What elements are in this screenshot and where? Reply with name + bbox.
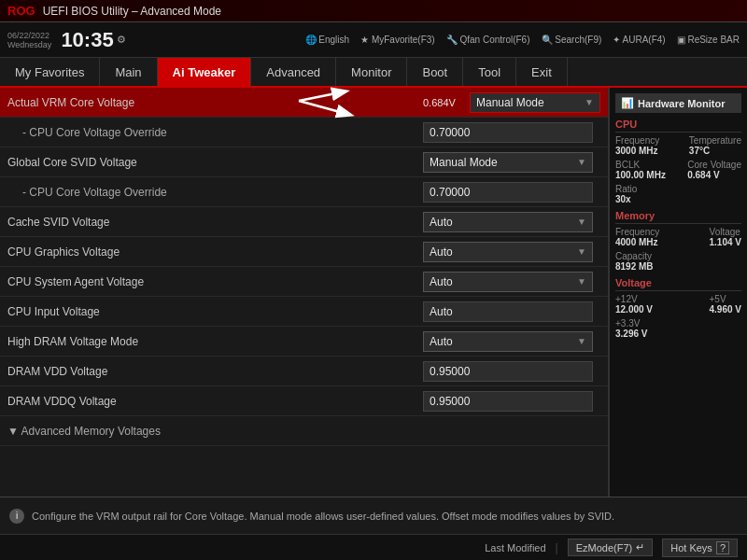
shortcut-aura[interactable]: ✦ AURA(F4)	[613, 35, 665, 45]
nav-boot[interactable]: Boot	[407, 58, 463, 86]
day-display: Wednesday	[7, 40, 51, 49]
hw-volt-33v: +3.3V 3.296 V	[615, 318, 741, 339]
hw-volt-12v-5v: +12V 12.000 V +5V 4.960 V	[615, 294, 741, 315]
nav-ai-tweaker[interactable]: Ai Tweaker	[158, 58, 252, 86]
setting-row-cpu-input[interactable]: CPU Input Voltage Auto	[0, 297, 608, 327]
value-high-dram: Auto ▼	[423, 331, 600, 352]
input-dram-vdd[interactable]: 0.95000	[423, 361, 593, 382]
dropdown-cpu-graphics[interactable]: Auto ▼	[423, 242, 593, 262]
value-dram-vdd: 0.95000	[423, 361, 600, 382]
label-dram-vdd: DRAM VDD Voltage	[7, 365, 423, 378]
last-modified-label: Last Modified	[485, 542, 545, 553]
label-cpu-override-2: - CPU Core Voltage Override	[7, 186, 423, 199]
label-cpu-input: CPU Input Voltage	[7, 305, 423, 318]
dropdown-high-dram[interactable]: Auto ▼	[423, 331, 593, 352]
setting-row-system-agent[interactable]: CPU System Agent Voltage Auto ▼	[0, 267, 608, 297]
hw-mem-capacity: Capacity 8192 MB	[615, 251, 741, 272]
hw-monitor-panel: 📊 Hardware Monitor CPU Frequency 3000 MH…	[609, 88, 747, 497]
label-vrm-core: Actual VRM Core Voltage	[7, 96, 423, 109]
hw-section-voltage: Voltage	[615, 277, 741, 291]
hw-mem-freq-volt: Frequency 4000 MHz Voltage 1.104 V	[615, 227, 741, 247]
hw-section-memory: Memory	[615, 210, 741, 224]
setting-row-cpu-override-2[interactable]: - CPU Core Voltage Override 0.70000	[0, 177, 608, 207]
rog-logo: ROG	[7, 4, 35, 18]
settings-gear-icon[interactable]: ⚙	[117, 34, 126, 46]
setting-row-high-dram[interactable]: High DRAM Voltage Mode Auto ▼	[0, 327, 608, 357]
value-cpu-input: Auto	[423, 301, 600, 322]
input-cpu-override-1[interactable]: 0.70000	[423, 122, 593, 143]
nav-advanced[interactable]: Advanced	[251, 58, 336, 86]
time-display: 10:35	[61, 28, 113, 52]
shortcut-resizebar[interactable]: ▣ ReSize BAR	[677, 35, 740, 45]
hw-cpu-bclk-corevolt: BCLK 100.00 MHz Core Voltage 0.684 V	[615, 160, 741, 180]
label-svid: Global Core SVID Voltage	[7, 156, 423, 169]
label-system-agent: CPU System Agent Voltage	[7, 275, 423, 288]
nav-bar: My Favorites Main Ai Tweaker Advanced Mo…	[0, 58, 747, 88]
input-cpu-override-2[interactable]: 0.70000	[423, 182, 593, 203]
value-system-agent: Auto ▼	[423, 272, 600, 292]
value-vrm-core: 0.684V Manual Mode ▼	[423, 92, 600, 113]
input-dram-vddq[interactable]: 0.95000	[423, 391, 593, 412]
setting-row-svid[interactable]: Global Core SVID Voltage Manual Mode ▼	[0, 147, 608, 177]
nav-my-favorites[interactable]: My Favorites	[0, 58, 100, 86]
value-cpu-override-1: 0.70000	[423, 122, 600, 143]
dropdown-system-agent[interactable]: Auto ▼	[423, 272, 593, 292]
main-layout: Actual VRM Core Voltage 0.684V Manual Mo…	[0, 88, 747, 497]
info-icon: i	[9, 509, 24, 524]
info-description: i Configure the VRM output rail for Core…	[0, 497, 747, 534]
shortcut-qfan[interactable]: 🔧 Qfan Control(F6)	[446, 35, 530, 45]
ezmode-arrow-icon: ↵	[636, 541, 644, 553]
label-cpu-override-1: - CPU Core Voltage Override	[7, 126, 423, 139]
label-high-dram: High DRAM Voltage Mode	[7, 335, 423, 348]
nav-monitor[interactable]: Monitor	[336, 58, 407, 86]
dropdown-svid[interactable]: Manual Mode ▼	[423, 152, 593, 173]
value-cpu-graphics: Auto ▼	[423, 242, 600, 262]
nav-main[interactable]: Main	[100, 58, 157, 86]
nav-exit[interactable]: Exit	[516, 58, 568, 86]
app-title: UEFI BIOS Utility – Advanced Mode	[43, 5, 221, 18]
label-cpu-graphics: CPU Graphics Voltage	[7, 245, 423, 259]
setting-row-cpu-graphics[interactable]: CPU Graphics Voltage Auto ▼	[0, 237, 608, 267]
date-display: 06/22/2022	[7, 31, 51, 40]
shortcut-language[interactable]: 🌐 English	[305, 35, 350, 45]
hotkeys-question-icon: ?	[716, 541, 729, 554]
setting-row-adv-mem[interactable]: ▼ Advanced Memory Voltages	[0, 416, 608, 446]
hw-cpu-freq-temp: Frequency 3000 MHz Temperature 37°C	[615, 135, 741, 156]
setting-row-dram-vddq[interactable]: DRAM VDDQ Voltage 0.95000	[0, 386, 608, 416]
hw-section-cpu: CPU	[615, 119, 741, 133]
info-bar: 06/22/2022 Wednesday 10:35 ⚙ 🌐 English ★…	[0, 22, 747, 58]
hw-cpu-ratio: Ratio 30x	[615, 184, 741, 204]
title-bar: ROG UEFI BIOS Utility – Advanced Mode	[0, 0, 747, 22]
label-dram-vddq: DRAM VDDQ Voltage	[7, 395, 423, 408]
label-cache-svid: Cache SVID Voltage	[7, 216, 423, 229]
hot-keys-button[interactable]: Hot Keys ?	[662, 539, 738, 557]
ez-mode-button[interactable]: EzMode(F7) ↵	[568, 539, 654, 556]
setting-row-cache-svid[interactable]: Cache SVID Voltage Auto ▼	[0, 207, 608, 237]
dropdown-vrm-core[interactable]: Manual Mode ▼	[470, 92, 600, 113]
shortcut-myfavorite[interactable]: ★ MyFavorite(F3)	[360, 35, 435, 45]
setting-row-dram-vdd[interactable]: DRAM VDD Voltage 0.95000	[0, 357, 608, 386]
description-text: Configure the VRM output rail for Core V…	[32, 511, 614, 522]
nav-tool[interactable]: Tool	[463, 58, 516, 86]
value-cache-svid: Auto ▼	[423, 212, 600, 232]
value-cpu-override-2: 0.70000	[423, 182, 600, 203]
content-panel[interactable]: Actual VRM Core Voltage 0.684V Manual Mo…	[0, 88, 609, 497]
input-cpu-input[interactable]: Auto	[423, 301, 593, 322]
value-dram-vddq: 0.95000	[423, 391, 600, 412]
setting-row-vrm-core[interactable]: Actual VRM Core Voltage 0.684V Manual Mo…	[0, 88, 608, 118]
hw-monitor-title: 📊 Hardware Monitor	[615, 93, 741, 113]
setting-row-cpu-override-1[interactable]: - CPU Core Voltage Override 0.70000	[0, 118, 608, 147]
value-svid: Manual Mode ▼	[423, 152, 600, 173]
dropdown-cache-svid[interactable]: Auto ▼	[423, 212, 593, 232]
label-adv-mem: ▼ Advanced Memory Voltages	[7, 425, 600, 438]
status-bar: Last Modified | EzMode(F7) ↵ Hot Keys ?	[0, 534, 747, 560]
shortcut-search[interactable]: 🔍 Search(F9)	[542, 35, 602, 45]
